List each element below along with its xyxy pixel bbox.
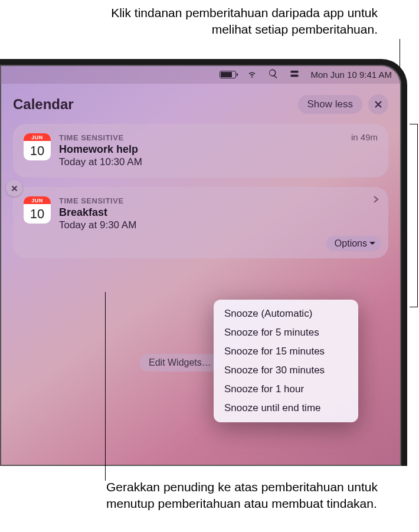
callout-bracket-line [417, 124, 418, 307]
device-screen: Mon Jun 10 9:41 AM Calendar Show less JU… [0, 59, 407, 466]
chevron-right-icon [373, 195, 379, 203]
time-sensitive-badge: TIME SENSITIVE [59, 133, 378, 142]
calendar-icon-day: 10 [24, 141, 51, 160]
notification-body: TIME SENSITIVE Homework help Today at 10… [59, 133, 378, 168]
chevron-down-icon [369, 241, 375, 246]
callout-bottom-text: Gerakkan penuding ke atas pemberitahuan … [106, 479, 407, 513]
time-sensitive-badge: TIME SENSITIVE [59, 196, 378, 205]
svg-rect-0 [291, 70, 299, 73]
options-label: Options [335, 238, 367, 249]
notification-center: Calendar Show less JUN 10 TIME SENSITIVE… [0, 84, 401, 278]
notification-title: Breakfast [59, 206, 378, 219]
options-dropdown-menu: Snooze (Automatic) Snooze for 5 minutes … [214, 300, 358, 422]
calendar-app-icon: JUN 10 [24, 196, 51, 224]
snooze-menu-item[interactable]: Snooze for 15 minutes [214, 342, 358, 361]
callout-top-text: Klik tindanan pemberitahuan daripada app… [86, 5, 407, 38]
close-icon [374, 100, 382, 109]
snooze-menu-item[interactable]: Snooze for 1 hour [214, 380, 358, 399]
menubar-datetime[interactable]: Mon Jun 10 9:41 AM [310, 70, 392, 80]
notification-time: in 49m [351, 132, 378, 142]
notification-card[interactable]: JUN 10 TIME SENSITIVE Breakfast Today at… [13, 187, 388, 258]
notification-body: TIME SENSITIVE Breakfast Today at 9:30 A… [59, 196, 378, 231]
close-notification-button[interactable] [6, 180, 22, 196]
menu-bar: Mon Jun 10 9:41 AM [0, 65, 401, 84]
callout-bracket-tick [410, 124, 418, 124]
svg-rect-1 [291, 74, 299, 77]
notification-group-header: Calendar Show less [13, 94, 388, 114]
snooze-menu-item[interactable]: Snooze for 5 minutes [214, 323, 358, 342]
callout-leader-line [105, 292, 106, 481]
control-center-icon[interactable] [289, 68, 300, 81]
wifi-icon[interactable] [247, 68, 257, 81]
snooze-menu-item[interactable]: Snooze until end time [214, 399, 358, 418]
snooze-menu-item[interactable]: Snooze for 30 minutes [214, 361, 358, 380]
close-icon [11, 185, 18, 192]
notification-app-title: Calendar [13, 96, 292, 113]
search-icon[interactable] [268, 68, 279, 81]
notification-subtitle: Today at 10:30 AM [59, 156, 378, 168]
close-group-button[interactable] [368, 94, 388, 114]
callout-leader-line [400, 39, 400, 71]
calendar-icon-day: 10 [24, 204, 51, 224]
edit-widgets-button[interactable]: Edit Widgets… [139, 354, 221, 372]
battery-icon[interactable] [220, 71, 236, 78]
snooze-menu-item[interactable]: Snooze (Automatic) [214, 304, 358, 323]
expand-chevron[interactable] [373, 195, 379, 206]
show-less-button[interactable]: Show less [298, 95, 362, 114]
notification-subtitle: Today at 9:30 AM [59, 219, 378, 231]
calendar-icon-month: JUN [24, 133, 51, 141]
options-button[interactable]: Options [326, 236, 381, 251]
calendar-icon-month: JUN [24, 196, 51, 204]
notification-title: Homework help [59, 143, 378, 156]
callout-bracket-tick [410, 307, 418, 307]
notification-card[interactable]: JUN 10 TIME SENSITIVE Homework help Toda… [13, 124, 388, 178]
calendar-app-icon: JUN 10 [24, 133, 51, 160]
